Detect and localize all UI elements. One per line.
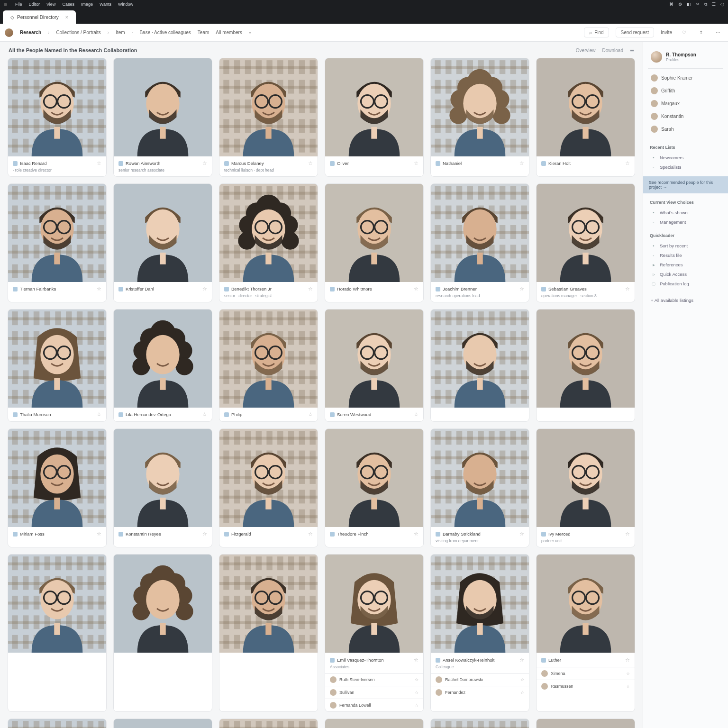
send-request-button[interactable]: Send request bbox=[616, 27, 655, 37]
bookmark-icon[interactable]: ☆ bbox=[202, 531, 207, 537]
portrait-thumb[interactable] bbox=[114, 429, 212, 527]
sidebar-link[interactable]: ◦Specialists bbox=[648, 162, 723, 172]
portrait-thumb[interactable] bbox=[537, 719, 635, 728]
card-subrow[interactable]: Rasmussen☆ bbox=[537, 680, 635, 692]
portrait-thumb[interactable] bbox=[219, 719, 318, 728]
person-card[interactable]: Marcus Delaney☆technical liaison · dept … bbox=[219, 58, 318, 177]
bookmark-icon[interactable]: ☆ bbox=[308, 531, 313, 537]
sidebar-link[interactable]: ◌Publication log bbox=[648, 279, 723, 288]
portrait-thumb[interactable] bbox=[537, 555, 635, 653]
person-card[interactable]: Kristoffer Dahl☆ bbox=[113, 183, 212, 302]
portrait-thumb[interactable] bbox=[537, 429, 635, 527]
portrait-thumb[interactable] bbox=[219, 429, 318, 527]
portrait-thumb[interactable] bbox=[537, 309, 635, 408]
card-subrow[interactable]: Fernandez☆ bbox=[431, 686, 529, 699]
tray-icon[interactable]: ⧉ bbox=[704, 2, 707, 7]
sidebar-link[interactable]: ▹Quick Access bbox=[648, 269, 723, 279]
sidebar-footer-link[interactable]: + All available listings bbox=[648, 296, 723, 305]
sidebar-banner[interactable]: See recommended people for this project … bbox=[643, 176, 728, 193]
bookmark-icon[interactable]: ☆ bbox=[519, 657, 524, 663]
breadcrumb[interactable]: Team bbox=[198, 30, 209, 35]
invite-link[interactable]: Invite bbox=[661, 30, 672, 35]
menu-item[interactable]: File bbox=[15, 2, 22, 7]
portrait-thumb[interactable] bbox=[431, 184, 529, 282]
menu-item[interactable]: Cases bbox=[62, 2, 74, 7]
bookmark-icon[interactable]: ☆ bbox=[520, 677, 524, 682]
bookmark-icon[interactable]: ☆ bbox=[308, 286, 313, 292]
portrait-thumb[interactable] bbox=[325, 184, 423, 282]
portrait-thumb[interactable] bbox=[219, 309, 318, 408]
person-card[interactable]: Oliver☆ bbox=[325, 58, 424, 177]
menu-item[interactable]: View bbox=[46, 2, 55, 7]
card-subrow[interactable]: Fernanda Lowell☆ bbox=[325, 699, 423, 711]
bookmark-icon[interactable]: ☆ bbox=[202, 286, 207, 292]
menu-item[interactable]: Wants bbox=[100, 2, 111, 7]
tray-icon[interactable]: ◧ bbox=[687, 2, 691, 7]
bookmark-icon[interactable]: ☆ bbox=[625, 531, 630, 537]
tray-icon[interactable]: ⌘ bbox=[669, 2, 673, 7]
card-subrow[interactable]: Sullivan☆ bbox=[325, 686, 423, 699]
person-card[interactable]: Theodore Finch☆ bbox=[325, 428, 424, 547]
person-card[interactable]: Emil Vasquez-Thornton☆AssociatesRuth Ste… bbox=[325, 554, 424, 712]
portrait-thumb[interactable] bbox=[431, 58, 529, 156]
person-card[interactable]: Quentin Marlowe-Estrada☆infrastructure bbox=[325, 719, 424, 728]
bookmark-icon[interactable]: ☆ bbox=[415, 677, 419, 682]
person-card[interactable]: Philip☆ bbox=[219, 309, 318, 422]
person-card[interactable] bbox=[430, 719, 529, 728]
person-card[interactable]: Konstantin Reyes☆ bbox=[113, 428, 212, 547]
portrait-thumb[interactable] bbox=[431, 429, 529, 527]
sidebar-link[interactable]: •Newcomers bbox=[648, 153, 723, 162]
sidebar-person[interactable]: Konstantin bbox=[648, 111, 723, 122]
bookmark-icon[interactable]: ☆ bbox=[414, 286, 419, 292]
person-card[interactable] bbox=[536, 309, 635, 422]
person-card[interactable]: Joachim Brenner☆research operations lead bbox=[430, 183, 529, 302]
portrait-thumb[interactable] bbox=[431, 309, 529, 408]
person-card[interactable] bbox=[430, 309, 529, 422]
person-card[interactable] bbox=[219, 554, 318, 712]
portrait-thumb[interactable] bbox=[8, 184, 106, 282]
breadcrumb[interactable]: Base · Active colleagues bbox=[139, 30, 191, 35]
bookmark-icon[interactable]: ☆ bbox=[97, 160, 101, 166]
person-card[interactable]: Nathaniel☆ bbox=[430, 58, 529, 177]
breadcrumb[interactable]: Collections / Portraits bbox=[56, 30, 100, 35]
sidebar-link[interactable]: ◦Results file bbox=[648, 250, 723, 260]
bookmark-icon[interactable]: ☆ bbox=[202, 160, 207, 166]
person-card[interactable]: Jonathan Merrick-Hale☆lead bbox=[8, 719, 107, 728]
layout-toggle-icon[interactable]: ☰ bbox=[630, 48, 634, 53]
close-icon[interactable]: × bbox=[65, 15, 68, 20]
breadcrumb[interactable]: All members bbox=[216, 30, 242, 35]
portrait-thumb[interactable] bbox=[325, 719, 423, 728]
portrait-thumb[interactable] bbox=[8, 309, 106, 408]
tray-icon[interactable]: ◌ bbox=[720, 2, 724, 7]
more-icon[interactable]: ⋯ bbox=[713, 27, 723, 38]
card-subrow[interactable]: Ximena☆ bbox=[537, 667, 635, 680]
bookmark-icon[interactable]: ☆ bbox=[626, 671, 630, 676]
portrait-thumb[interactable] bbox=[114, 309, 212, 408]
bookmark-icon[interactable]: ☆ bbox=[97, 411, 101, 418]
portrait-thumb[interactable] bbox=[325, 429, 423, 527]
person-card[interactable]: Soren Westwood☆ bbox=[325, 309, 424, 422]
bookmark-icon[interactable]: ☆ bbox=[308, 411, 313, 418]
sidebar-person[interactable]: Sophie Kramer bbox=[648, 73, 723, 83]
bookmark-icon[interactable]: ☆ bbox=[415, 690, 419, 695]
tray-icon[interactable]: ☰ bbox=[712, 2, 716, 7]
bookmark-icon[interactable]: ☆ bbox=[308, 160, 313, 166]
portrait-thumb[interactable] bbox=[8, 58, 106, 156]
breadcrumb[interactable]: Item bbox=[116, 30, 125, 35]
sidebar-person[interactable]: Margaux bbox=[648, 98, 723, 109]
bookmark-icon[interactable]: ☆ bbox=[414, 531, 419, 537]
find-button[interactable]: ⌕ Find bbox=[584, 27, 609, 37]
bookmark-icon[interactable]: ☆ bbox=[625, 286, 630, 292]
portrait-thumb[interactable] bbox=[114, 184, 212, 282]
menu-item[interactable]: Editor bbox=[29, 2, 40, 7]
person-card[interactable] bbox=[113, 554, 212, 712]
person-card[interactable]: Thalia Morrison☆ bbox=[8, 309, 107, 422]
person-card[interactable]: Tiernan Fairbanks☆ bbox=[8, 183, 107, 302]
overview-button[interactable]: Overview bbox=[576, 48, 596, 53]
bookmark-icon[interactable]: ☆ bbox=[625, 657, 630, 663]
bookmark-icon[interactable]: ☆ bbox=[414, 657, 419, 663]
portrait-thumb[interactable] bbox=[219, 58, 318, 156]
bookmark-icon[interactable]: ☆ bbox=[625, 160, 630, 166]
bookmark-icon[interactable]: ☆ bbox=[202, 411, 207, 418]
sidebar-person[interactable]: Sarah bbox=[648, 124, 723, 135]
